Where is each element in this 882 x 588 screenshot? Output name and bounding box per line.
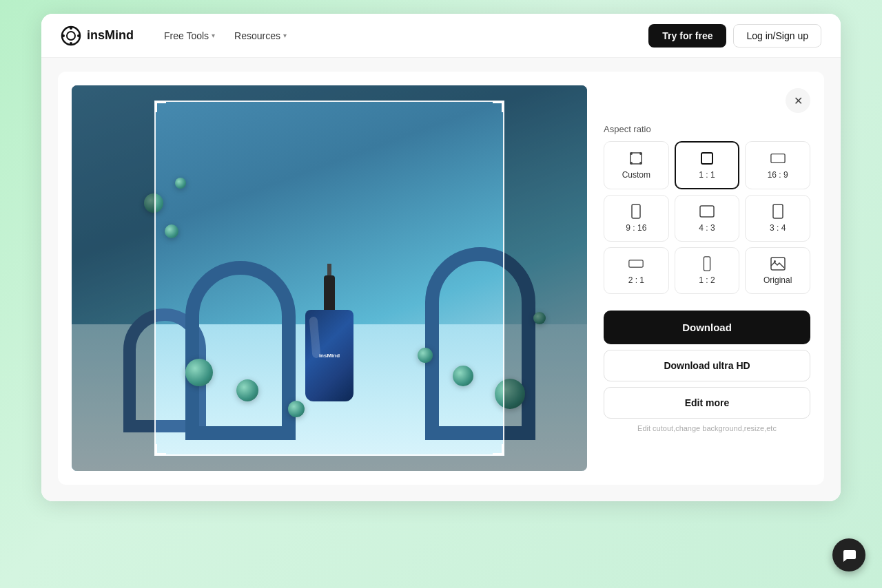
action-section: Download Download ultra HD Edit more Edi…	[604, 311, 810, 432]
logo[interactable]: insMind	[61, 25, 134, 46]
svg-point-8	[639, 152, 642, 155]
portrait-1-2-icon	[699, 256, 715, 271]
aspect-2-1-label: 2 : 1	[628, 275, 644, 285]
ball-10	[533, 312, 546, 324]
navbar: insMind Free Tools ▾ Resources ▾ Try for…	[41, 14, 841, 58]
svg-point-9	[630, 162, 633, 165]
product-image: insMind	[72, 85, 587, 471]
product-bottle: insMind	[302, 264, 357, 401]
bottle-cap	[324, 275, 335, 310]
bottle-label: insMind	[319, 353, 340, 359]
svg-point-4	[62, 34, 65, 37]
aspect-9-16[interactable]: 9 : 16	[604, 195, 669, 242]
bottle-dropper	[327, 264, 331, 275]
svg-point-5	[77, 34, 80, 37]
nav-links: Free Tools ▾ Resources ▾	[156, 25, 648, 47]
ball-2	[165, 224, 178, 238]
aspect-3-4[interactable]: 3 : 4	[745, 195, 810, 242]
square-icon	[699, 151, 715, 166]
landscape-2-1-icon	[628, 256, 644, 271]
scene-arch-right	[425, 247, 535, 440]
aspect-3-4-label: 3 : 4	[770, 223, 786, 233]
download-hd-button[interactable]: Download ultra HD	[604, 350, 810, 381]
svg-point-10	[639, 162, 642, 165]
svg-point-2	[70, 27, 72, 30]
app-window: insMind Free Tools ▾ Resources ▾ Try for…	[41, 14, 841, 501]
close-button[interactable]: ✕	[786, 88, 810, 113]
image-icon	[770, 256, 786, 271]
custom-icon	[628, 151, 644, 166]
logo-text: insMind	[87, 28, 134, 43]
edit-more-button[interactable]: Edit more	[604, 387, 810, 419]
ball-3	[175, 178, 186, 189]
aspect-16-9[interactable]: 16 : 9	[745, 141, 810, 189]
aspect-original-label: Original	[763, 275, 792, 285]
scene-arch-mid-left	[185, 261, 296, 440]
svg-rect-17	[704, 257, 710, 271]
crop-corner-tl[interactable]	[155, 101, 166, 112]
aspect-4-3-label: 4 : 3	[699, 223, 715, 233]
aspect-ratio-label: Aspect ratio	[604, 124, 810, 134]
content-area: insMind	[41, 58, 841, 501]
aspect-original[interactable]: Original	[745, 247, 810, 294]
nav-free-tools[interactable]: Free Tools ▾	[156, 25, 223, 47]
chat-button[interactable]	[832, 538, 865, 571]
svg-rect-12	[771, 154, 785, 163]
ball-4	[185, 359, 213, 386]
login-button[interactable]: Log in/Sign up	[733, 24, 821, 48]
aspect-custom-label: Custom	[622, 170, 650, 180]
nav-resources[interactable]: Resources ▾	[226, 25, 295, 47]
aspect-4-3[interactable]: 4 : 3	[675, 195, 740, 242]
aspect-9-16-label: 9 : 16	[626, 223, 646, 233]
right-panel: ✕ Aspect ratio Custom	[604, 85, 810, 432]
try-for-free-button[interactable]: Try for free	[648, 24, 726, 48]
crop-corner-tr[interactable]	[493, 101, 504, 112]
aspect-2-1[interactable]: 2 : 1	[604, 247, 669, 294]
svg-rect-16	[629, 260, 643, 267]
landscape-wide-icon	[770, 151, 786, 166]
svg-rect-14	[700, 206, 714, 217]
aspect-1-1[interactable]: 1 : 1	[675, 141, 740, 189]
ball-9	[418, 348, 433, 363]
svg-point-1	[67, 32, 75, 40]
svg-rect-15	[773, 204, 783, 218]
chevron-icon: ▾	[212, 32, 215, 39]
nav-actions: Try for free Log in/Sign up	[648, 24, 821, 48]
svg-rect-13	[632, 204, 640, 218]
svg-point-7	[630, 152, 633, 155]
aspect-16-9-label: 16 : 9	[768, 170, 788, 180]
portrait-tall-icon	[628, 204, 644, 219]
main-card: insMind	[58, 72, 824, 485]
aspect-1-2[interactable]: 1 : 2	[675, 247, 740, 294]
edit-hint: Edit cutout,change background,resize,etc	[604, 424, 810, 432]
ball-6	[288, 401, 305, 417]
image-wrapper: insMind	[72, 85, 587, 471]
crop-darken-top	[72, 85, 587, 101]
aspect-ratio-section: Aspect ratio Custom	[604, 124, 810, 294]
portrait-std-icon	[770, 204, 786, 219]
aspect-1-2-label: 1 : 2	[699, 275, 715, 285]
bottle-body: insMind	[305, 310, 353, 401]
aspect-1-1-label: 1 : 1	[699, 170, 715, 180]
ball-1	[144, 193, 163, 213]
aspect-grid: Custom 1 : 1	[604, 141, 810, 294]
download-button[interactable]: Download	[604, 311, 810, 344]
chevron-icon: ▾	[283, 32, 287, 39]
aspect-custom[interactable]: Custom	[604, 141, 669, 189]
svg-point-19	[774, 260, 776, 262]
svg-rect-11	[701, 153, 712, 164]
svg-point-3	[70, 42, 72, 45]
landscape-std-icon	[699, 204, 715, 219]
image-section: insMind	[72, 85, 587, 471]
